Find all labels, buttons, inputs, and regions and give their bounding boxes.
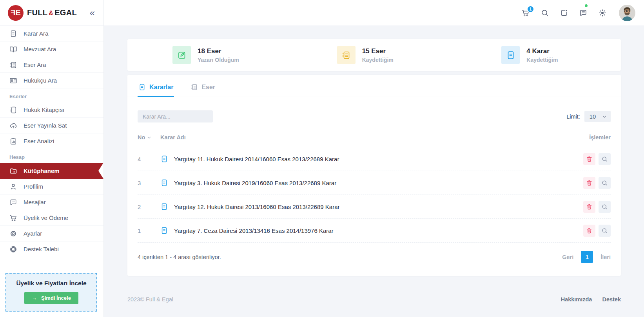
cart-button[interactable]: 1 <box>521 9 530 17</box>
sidebar-collapse-icon[interactable]: « <box>87 7 97 18</box>
decision-link[interactable]: Yargıtay 3. Hukuk Dairesi 2019/16060 Esa… <box>160 179 583 187</box>
sidebar-item-label: Ayarlar <box>24 230 42 237</box>
row-actions <box>583 153 611 165</box>
book-open-icon <box>9 45 17 53</box>
sidebar-item-eser-analizi[interactable]: Eser Analizi <box>0 133 103 149</box>
footer-links: Hakkımızda Destek <box>561 296 621 303</box>
cloud-upload-icon <box>9 122 17 130</box>
view-button[interactable] <box>599 153 611 165</box>
pagination-prev[interactable]: Geri <box>562 254 573 260</box>
chevron-down-icon <box>602 114 607 119</box>
limit-control: Limit: 10 <box>566 111 611 122</box>
messages-button[interactable] <box>579 9 588 17</box>
trash-icon <box>586 204 593 210</box>
tab-eser[interactable]: Eser <box>190 75 216 97</box>
sidebar-item-profilim[interactable]: Profilim <box>0 179 103 195</box>
sidebar-item-uyelik-odeme[interactable]: Üyelik ve Ödeme <box>0 210 103 226</box>
sidebar-item-label: Kütüphanem <box>24 168 60 174</box>
row-actions <box>583 225 611 237</box>
row-number: 1 <box>138 227 160 234</box>
search-button[interactable] <box>541 9 549 17</box>
promo-title: Üyelik ve Fiyatları İncele <box>9 280 93 287</box>
view-button[interactable] <box>599 177 611 189</box>
table-row: 3 Yargıtay 3. Hukuk Dairesi 2019/16060 E… <box>138 171 611 195</box>
content-column: 1 18 Eser Yazarı Old <box>104 0 644 317</box>
stat-saved-decisions: 4 Karar Kaydettiğim <box>456 46 621 64</box>
sidebar-item-destek-talebi[interactable]: Destek Talebi <box>0 241 103 257</box>
pagination-page-1[interactable]: 1 <box>581 251 593 263</box>
sidebar-item-label: Hukukçu Ara <box>24 77 57 84</box>
decision-link[interactable]: Yargıtay 11. Hukuk Dairesi 2014/16060 Es… <box>160 155 583 163</box>
sidebar-item-hukuk-kitapcisi[interactable]: Hukuk Kitapçısı <box>0 102 103 118</box>
user-avatar[interactable] <box>619 5 635 21</box>
notifications-button[interactable] <box>560 9 568 17</box>
table-row: 1 Yargıtay 7. Ceza Dairesi 2013/13416 Es… <box>138 219 611 243</box>
table-row: 4 Yargıtay 11. Hukuk Dairesi 2014/16060 … <box>138 147 611 171</box>
magnifier-icon <box>601 204 608 210</box>
table-row: 2 Yargıtay 12. Hukuk Dairesi 2013/16060 … <box>138 195 611 219</box>
file-text-icon <box>9 30 17 38</box>
tab-label: Kararlar <box>149 84 173 91</box>
sidebar-header: FE FULL&EGAL « <box>0 0 103 25</box>
stat-value: 4 Karar <box>526 47 558 55</box>
view-button[interactable] <box>599 201 611 213</box>
sidebar-item-karar-ara[interactable]: Karar Ara <box>0 26 103 41</box>
sidebar-item-ayarlar[interactable]: Ayarlar <box>0 226 103 241</box>
tab-kararlar[interactable]: Kararlar <box>138 75 174 97</box>
id-card-icon <box>9 77 17 85</box>
column-no[interactable]: No <box>138 134 160 140</box>
file-text-icon <box>160 227 168 234</box>
limit-label: Limit: <box>566 113 580 120</box>
delete-button[interactable] <box>583 177 595 189</box>
arrow-right-icon: → <box>32 295 37 301</box>
table-footer: 4 içerikten 1 - 4 arası gösteriliyor. Ge… <box>138 243 611 276</box>
sidebar-item-label: Üyelik ve Ödeme <box>24 214 68 221</box>
results-summary: 4 içerikten 1 - 4 arası gösteriliyor. <box>138 254 221 260</box>
list-page-icon <box>9 61 17 69</box>
limit-select[interactable]: 10 <box>584 111 611 122</box>
theme-toggle-button[interactable] <box>598 9 607 17</box>
pagination: Geri 1 İleri <box>562 251 611 263</box>
delete-button[interactable] <box>583 153 595 165</box>
stat-value: 15 Eser <box>362 47 394 55</box>
magnifier-icon <box>601 227 608 234</box>
sidebar-item-label: Karar Ara <box>24 30 48 37</box>
copyright-text: 2023© Full & Egal <box>127 296 173 303</box>
decision-search-input[interactable] <box>138 110 213 122</box>
row-actions <box>583 201 611 213</box>
pagination-next[interactable]: İleri <box>600 254 611 260</box>
tabs: Kararlar Eser <box>127 75 621 97</box>
notebook-icon <box>9 106 17 114</box>
delete-button[interactable] <box>583 201 595 213</box>
delete-button[interactable] <box>583 225 595 237</box>
card-body: Limit: 10 No Karar Adı İşlemler <box>127 97 621 276</box>
trash-icon <box>586 156 593 162</box>
column-name: Karar Adı <box>160 134 575 140</box>
stat-saved-works: 15 Eser Kaydettiğim <box>292 46 457 64</box>
page-footer: 2023© Full & Egal Hakkımızda Destek <box>127 296 621 303</box>
view-button[interactable] <box>599 225 611 237</box>
cart-badge: 1 <box>527 5 534 13</box>
sidebar-item-mevzuat-ara[interactable]: Mevzuat Ara <box>0 41 103 57</box>
stat-label: Kaydettiğim <box>362 57 394 63</box>
sidebar-item-eser-yayinla-sat[interactable]: Eser Yayınla Sat <box>0 118 103 133</box>
decision-link[interactable]: Yargıtay 7. Ceza Dairesi 2013/13416 Esas… <box>160 227 583 234</box>
sidebar-item-eser-ara[interactable]: Eser Ara <box>0 57 103 73</box>
online-status-dot <box>585 4 588 7</box>
stat-label: Yazarı Olduğum <box>198 57 239 63</box>
file-text-icon <box>160 155 168 163</box>
file-text-icon <box>501 46 520 64</box>
decision-link[interactable]: Yargıtay 12. Hukuk Dairesi 2013/16060 Es… <box>160 203 583 211</box>
sort-chevron-icon <box>147 135 151 140</box>
promo-cta-button[interactable]: → Şimdi İncele <box>24 292 78 304</box>
footer-link-hakkimizda[interactable]: Hakkımızda <box>561 296 592 303</box>
sidebar-item-label: Mevzuat Ara <box>24 46 56 52</box>
sidebar-item-kutuphanem[interactable]: Kütüphanem <box>0 163 103 179</box>
edit-icon <box>172 46 191 64</box>
sidebar-item-hukukcu-ara[interactable]: Hukukçu Ara <box>0 73 103 88</box>
sidebar-item-mesajlar[interactable]: Mesajlar <box>0 195 103 210</box>
user-icon <box>9 183 17 191</box>
brand-logo[interactable]: FE FULL&EGAL <box>8 5 77 21</box>
footer-link-destek[interactable]: Destek <box>602 296 621 303</box>
sidebar-section-hesap: Hesap <box>0 149 103 163</box>
